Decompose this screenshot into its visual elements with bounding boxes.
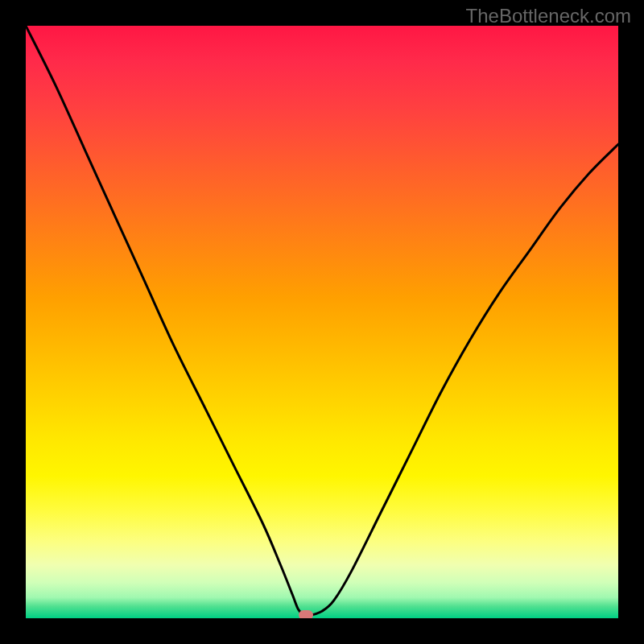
curve-layer [26,26,618,618]
watermark-text: TheBottleneck.com [466,5,631,27]
bottleneck-marker [299,610,313,618]
chart-container: TheBottleneck.com [0,0,644,644]
plot-area [26,26,618,618]
bottleneck-curve [26,26,618,616]
